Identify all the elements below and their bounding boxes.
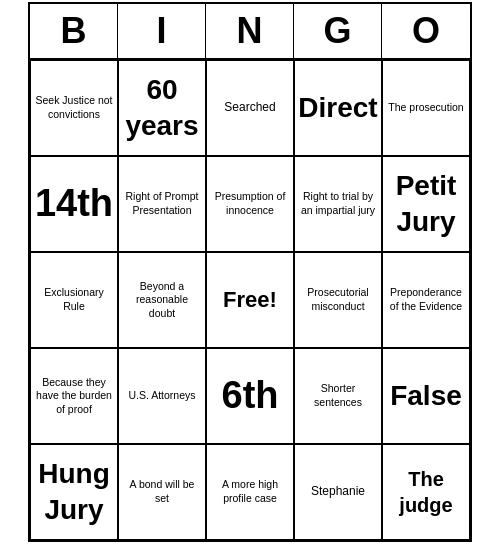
bingo-cell: 6th [206,348,294,444]
bingo-cell: Right of Prompt Presentation [118,156,206,252]
bingo-header-letter: G [294,4,382,58]
bingo-cell: The judge [382,444,470,540]
bingo-cell: Petit Jury [382,156,470,252]
bingo-cell: Hung Jury [30,444,118,540]
bingo-cell: Because they have the burden of proof [30,348,118,444]
bingo-cell: Stephanie [294,444,382,540]
bingo-cell: Seek Justice not convictions [30,60,118,156]
bingo-cell: Exclusionary Rule [30,252,118,348]
bingo-cell: Beyond a reasonable doubt [118,252,206,348]
bingo-cell: Presumption of innocence [206,156,294,252]
bingo-header-letter: I [118,4,206,58]
bingo-header-letter: N [206,4,294,58]
bingo-cell: A more high profile case [206,444,294,540]
bingo-cell: The prosecution [382,60,470,156]
bingo-cell: Shorter sentences [294,348,382,444]
bingo-cell: 14th [30,156,118,252]
bingo-header-letter: O [382,4,470,58]
bingo-grid: Seek Justice not convictions60 yearsSear… [30,60,470,540]
bingo-cell: Right to trial by an impartial jury [294,156,382,252]
bingo-card: BINGO Seek Justice not convictions60 yea… [28,2,472,542]
bingo-cell: Searched [206,60,294,156]
bingo-cell: Prosecutorial misconduct [294,252,382,348]
bingo-cell: 60 years [118,60,206,156]
bingo-cell: U.S. Attorneys [118,348,206,444]
bingo-cell: Direct [294,60,382,156]
bingo-cell: Free! [206,252,294,348]
bingo-header: BINGO [30,4,470,60]
bingo-cell: False [382,348,470,444]
bingo-cell: Preponderance of the Evidence [382,252,470,348]
bingo-header-letter: B [30,4,118,58]
bingo-cell: A bond will be set [118,444,206,540]
